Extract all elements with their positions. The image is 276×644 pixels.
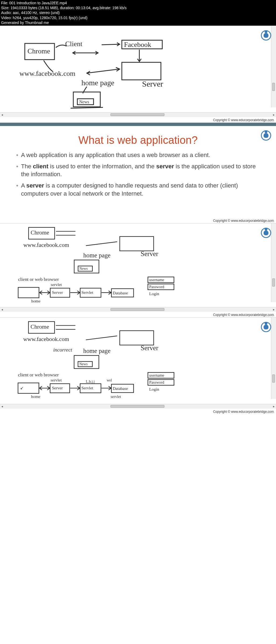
slide-content: What is web application? A web applicati…: [0, 126, 276, 218]
scroll-left-icon[interactable]: ◄: [0, 308, 4, 311]
svg-text:Database: Database: [113, 291, 128, 295]
svg-text:Chrome: Chrome: [30, 323, 49, 330]
svg-text:↙: ↙: [20, 386, 24, 390]
svg-text:username: username: [149, 278, 164, 282]
bullet-1: A web application is any application tha…: [16, 151, 265, 159]
scroll-right-icon[interactable]: ►: [272, 405, 276, 408]
svg-text:News: News: [79, 100, 89, 104]
svg-text:home: home: [31, 299, 40, 303]
vertical-scrollbar[interactable]: [271, 318, 276, 399]
svg-text:wel: wel: [107, 378, 112, 382]
scroll-right-icon[interactable]: ►: [272, 308, 276, 311]
sketch-svg: Chrome Client Facebook Server www.facebo…: [3, 29, 273, 110]
sketch-svg: Chrome Server www.facebook.com home page…: [3, 226, 273, 304]
video-line: Video: h264, yuv420p, 1280x720, 15.01 fp…: [1, 15, 275, 20]
frame-timestamp: 00:10:25: [265, 411, 274, 414]
svg-text:News: News: [79, 362, 88, 366]
presenter-avatar-icon: [261, 130, 271, 141]
frame-timestamp: 00:02:45: [265, 220, 274, 223]
video-metadata: File: 001 Introduction to JavaJ2EE.mp4 S…: [0, 0, 276, 26]
size-line: Size: 19410333 bytes (18.51 MiB), durati…: [1, 5, 275, 10]
svg-text:home page: home page: [81, 79, 114, 87]
svg-text:incorrect: incorrect: [53, 347, 72, 353]
whiteboard-sketch-4: Chrome Server www.facebook.com incorrect…: [0, 318, 276, 404]
whiteboard-sketch-3: Chrome Server www.facebook.com home page…: [0, 223, 276, 307]
svg-text:Chrome: Chrome: [31, 229, 49, 236]
svg-text:Database: Database: [113, 386, 128, 391]
bullet-2: The client is used to enter the informat…: [16, 162, 265, 178]
svg-text:username: username: [149, 373, 164, 377]
frame-timestamp: 00:00:49: [265, 120, 274, 122]
whiteboard-sketch-1: Chrome Client Facebook Server www.facebo…: [0, 26, 276, 112]
svg-text:Password: Password: [149, 285, 164, 289]
svg-text:Chrome: Chrome: [27, 47, 50, 55]
video-frame-4: Chrome Server www.facebook.com incorrect…: [0, 317, 276, 414]
slide-top-bar: [0, 123, 276, 126]
horizontal-scrollbar[interactable]: ◄ ►: [0, 404, 276, 409]
svg-text:Client: Client: [65, 40, 82, 48]
svg-text:Login: Login: [149, 291, 159, 296]
svg-text:home page: home page: [83, 347, 111, 354]
svg-rect-38: [120, 331, 154, 345]
svg-text:Server: Server: [141, 250, 158, 257]
svg-text:News: News: [80, 267, 88, 271]
copyright-text: Copyright © www.educorporatebridge.com 0…: [0, 117, 276, 122]
copyright-text: Copyright © www.educorporatebridge.com 0…: [0, 312, 276, 317]
svg-rect-5: [122, 62, 161, 80]
sketch-svg: Chrome Server www.facebook.com incorrect…: [3, 320, 273, 401]
generated-line: Generated by Thumbnail me: [1, 20, 275, 25]
svg-text:Server: Server: [142, 79, 163, 88]
presenter-avatar-icon: [261, 228, 271, 238]
svg-text:client or web browser: client or web browser: [18, 372, 59, 377]
horizontal-scrollbar[interactable]: ◄ ►: [0, 307, 276, 312]
bullet-3: A server is a computer designed to handl…: [16, 182, 265, 197]
svg-text:client or web browser: client or web browser: [18, 277, 59, 282]
svg-text:www.facebook.com: www.facebook.com: [23, 242, 69, 248]
audio-line: Audio: aac, 44100 Hz, stereo (und): [1, 10, 275, 15]
vertical-scrollbar[interactable]: [271, 223, 276, 302]
svg-text:Login: Login: [149, 387, 159, 391]
file-line: File: 001 Introduction to JavaJ2EE.mp4: [1, 1, 275, 5]
svg-rect-14: [120, 237, 154, 251]
svg-text:servlet: servlet: [51, 378, 62, 382]
svg-text:Server: Server: [52, 386, 63, 390]
svg-text:www.facebook.com: www.facebook.com: [19, 70, 75, 77]
svg-text:servlet: servlet: [111, 394, 121, 399]
horizontal-scrollbar[interactable]: ◄ ►: [0, 112, 276, 117]
video-frame-2: What is web application? A web applicati…: [0, 122, 276, 223]
svg-text:servlet: servlet: [51, 282, 62, 287]
svg-text:Servlet: Servlet: [81, 290, 93, 295]
svg-text:Servlet: Servlet: [81, 386, 94, 390]
scroll-right-icon[interactable]: ►: [272, 113, 276, 116]
copyright-text: Copyright © www.educorporatebridge.com 0…: [0, 218, 276, 223]
slide-title: What is web application?: [11, 134, 265, 146]
svg-text:Server: Server: [52, 290, 63, 295]
copyright-text: Copyright © www.educorporatebridge.com 0…: [0, 409, 276, 414]
svg-text:Facebook: Facebook: [124, 41, 151, 49]
vertical-scrollbar[interactable]: [271, 26, 276, 107]
video-frame-3: Chrome Server www.facebook.com home page…: [0, 223, 276, 317]
svg-text:Password: Password: [149, 380, 164, 384]
frame-timestamp: 00:07:04: [265, 314, 274, 317]
svg-text:www.facebook.com: www.facebook.com: [23, 336, 69, 342]
svg-text:Server: Server: [141, 344, 158, 352]
scroll-left-icon[interactable]: ◄: [0, 405, 4, 408]
video-frame-1: Chrome Client Facebook Server www.facebo…: [0, 26, 276, 122]
scroll-left-icon[interactable]: ◄: [0, 113, 4, 116]
svg-text:home page: home page: [83, 252, 111, 259]
svg-text:L.b.j.j: L.b.j.j: [86, 380, 95, 384]
svg-text:home: home: [31, 394, 40, 399]
svg-rect-22: [18, 287, 39, 298]
presenter-avatar-icon: [261, 322, 271, 332]
presenter-avatar-icon: [261, 30, 271, 40]
